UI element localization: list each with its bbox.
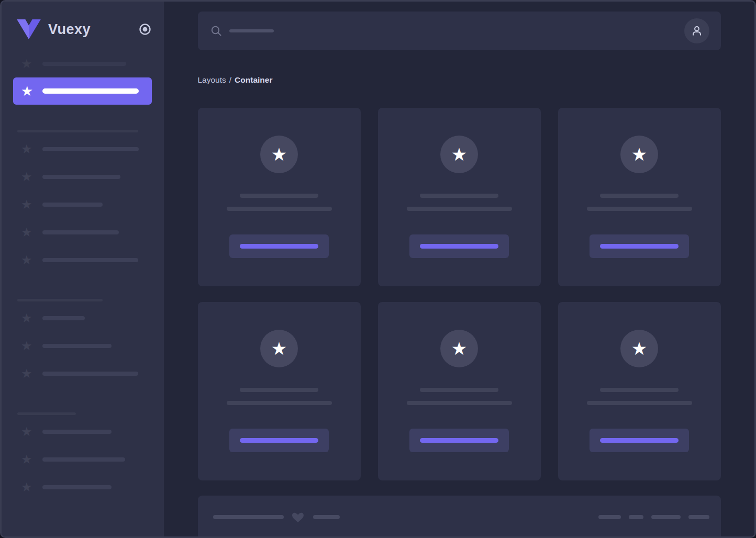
button-label-bar — [240, 438, 318, 443]
radio-circle-icon[interactable] — [139, 23, 151, 36]
app-title: Vuexy — [48, 21, 139, 38]
main-area: Layouts / Container ★ ★ ★ — [164, 2, 754, 536]
card-action-button[interactable] — [590, 234, 689, 258]
card-avatar: ★ — [620, 330, 658, 367]
card-avatar: ★ — [440, 136, 478, 173]
card-title-bar — [420, 388, 498, 392]
star-icon: ★ — [631, 340, 647, 357]
breadcrumb: Layouts / Container — [198, 74, 721, 86]
card-title-bar — [600, 388, 679, 392]
sidebar-menu: ★ ★ ★ ★ ★ ★ ★ ★ ★ ★ ★ ★ ★ — [2, 50, 164, 501]
footer-text-bar — [313, 515, 340, 519]
button-label-bar — [600, 438, 679, 443]
star-icon: ★ — [271, 340, 287, 357]
card-avatar: ★ — [260, 330, 298, 367]
menu-item-label-bar — [42, 430, 112, 434]
sidebar-menu-item[interactable]: ★ — [2, 304, 164, 332]
menu-item-label-bar — [42, 316, 85, 320]
sidebar-menu-item[interactable]: ★ — [13, 77, 152, 105]
menu-item-label-bar — [42, 372, 138, 376]
card-subtitle-bar — [407, 207, 512, 211]
card-action-button[interactable] — [590, 429, 689, 452]
card-action-button[interactable] — [409, 429, 509, 452]
sidebar: Vuexy ★ ★ ★ ★ ★ ★ ★ ★ ★ ★ ★ — [2, 2, 164, 536]
menu-item-label-bar — [42, 258, 138, 262]
card-action-button[interactable] — [229, 234, 329, 258]
card-title-bar — [240, 388, 318, 392]
menu-item-label-bar — [42, 230, 119, 234]
star-icon: ★ — [21, 367, 35, 380]
footer-text-bar — [213, 515, 284, 519]
card-avatar: ★ — [620, 136, 658, 173]
card-avatar: ★ — [440, 330, 478, 367]
cards-grid: ★ ★ ★ ★ ★ — [198, 108, 721, 480]
star-icon: ★ — [21, 85, 35, 97]
star-icon: ★ — [21, 58, 35, 70]
star-icon: ★ — [21, 481, 35, 494]
menu-item-label-bar — [42, 344, 112, 348]
card-avatar: ★ — [260, 136, 298, 173]
search-icon — [210, 25, 222, 37]
card-title-bar — [240, 194, 318, 198]
menu-item-label-bar — [42, 62, 126, 66]
star-icon: ★ — [21, 340, 35, 352]
button-label-bar — [240, 244, 318, 249]
star-icon: ★ — [451, 145, 467, 163]
menu-item-label-bar — [42, 457, 125, 462]
user-avatar[interactable] — [684, 18, 709, 43]
card-title-bar — [420, 194, 498, 198]
menu-item-label-bar — [42, 147, 139, 151]
logo-row[interactable]: Vuexy — [2, 2, 164, 39]
footer-link-bar — [629, 515, 643, 519]
star-icon: ★ — [21, 312, 35, 324]
card-subtitle-bar — [227, 401, 332, 405]
button-label-bar — [600, 244, 679, 249]
sidebar-menu-item[interactable]: ★ — [2, 332, 164, 360]
card-action-button[interactable] — [229, 429, 329, 452]
star-icon: ★ — [21, 171, 35, 183]
content-card: ★ — [378, 302, 541, 480]
sidebar-menu-item[interactable]: ★ — [2, 163, 164, 190]
star-icon: ★ — [21, 143, 35, 155]
sidebar-menu-item[interactable]: ★ — [2, 218, 164, 246]
footer-links — [598, 515, 709, 519]
star-icon: ★ — [21, 254, 35, 266]
breadcrumb-separator: / — [229, 75, 231, 85]
search-input[interactable] — [198, 12, 721, 50]
sidebar-menu-item[interactable]: ★ — [2, 135, 164, 163]
breadcrumb-parent-link[interactable]: Layouts — [198, 75, 226, 85]
star-icon: ★ — [21, 453, 35, 466]
menu-item-label-bar — [42, 203, 103, 207]
content-card: ★ — [378, 108, 541, 286]
menu-item-label-bar — [42, 175, 120, 179]
star-icon: ★ — [271, 145, 287, 163]
footer-link-bar — [688, 515, 709, 519]
footer-link-bar — [598, 515, 621, 519]
sidebar-menu-item[interactable]: ★ — [2, 246, 164, 274]
heart-icon — [291, 510, 305, 524]
content-card: ★ — [198, 108, 361, 286]
sidebar-menu-item[interactable]: ★ — [2, 360, 164, 387]
star-icon: ★ — [21, 226, 35, 239]
sidebar-section-header-bar — [17, 299, 103, 301]
person-icon — [690, 24, 704, 38]
sidebar-menu-item[interactable]: ★ — [2, 445, 164, 473]
card-subtitle-bar — [227, 207, 332, 211]
card-subtitle-bar — [587, 207, 692, 211]
sidebar-menu-item[interactable]: ★ — [2, 190, 164, 218]
card-action-button[interactable] — [409, 234, 509, 258]
footer-link-bar — [651, 515, 681, 519]
sidebar-section-header-bar — [17, 412, 76, 415]
sidebar-menu-item[interactable]: ★ — [2, 473, 164, 501]
star-icon: ★ — [451, 340, 467, 357]
sidebar-section-header-bar — [17, 130, 138, 132]
star-icon: ★ — [21, 425, 35, 438]
app-window: Vuexy ★ ★ ★ ★ ★ ★ ★ ★ ★ ★ ★ — [0, 0, 756, 538]
sidebar-menu-item[interactable]: ★ — [2, 50, 164, 77]
footer-bar — [198, 496, 721, 536]
card-title-bar — [600, 194, 679, 198]
content-card: ★ — [558, 302, 721, 480]
sidebar-menu-item[interactable]: ★ — [2, 418, 164, 445]
vuexy-v-icon — [17, 19, 41, 39]
menu-item-label-bar — [42, 88, 139, 94]
